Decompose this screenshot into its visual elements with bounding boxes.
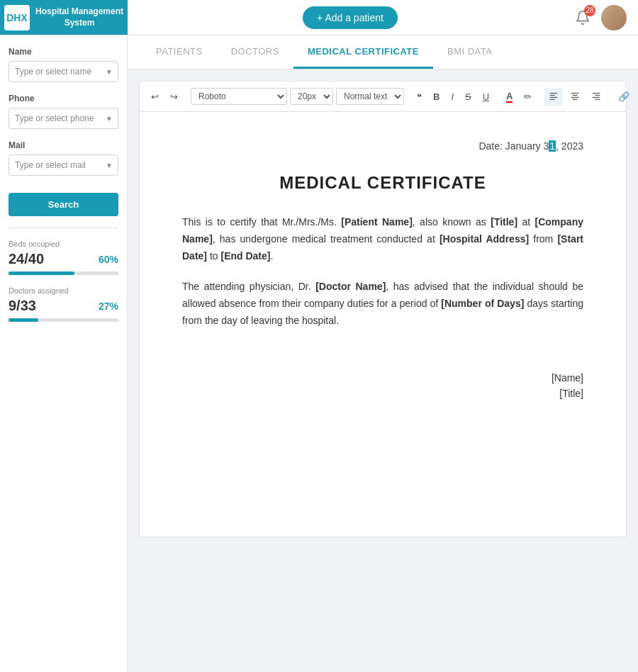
svg-rect-4 (571, 92, 579, 93)
link-button[interactable]: 🔗 (614, 89, 634, 105)
doc-paragraph-1: This is to certify that Mr./Mrs./Ms. [Pa… (182, 214, 583, 264)
align-center-icon (570, 91, 580, 103)
beds-stat: Beds occupied 24/40 60% (9, 240, 118, 275)
align-right-icon (591, 91, 601, 103)
name-section: Name Type or select name ▼ (9, 47, 118, 82)
notification-badge: 28 (584, 5, 595, 16)
svg-rect-1 (550, 94, 555, 95)
document-area[interactable]: Date: January 31, 2023 MEDICAL CERTIFICA… (139, 112, 627, 537)
logo-area: DHX Hospital ManagementSystem (0, 0, 128, 35)
doc-signature: [Name] [Title] (182, 372, 583, 399)
main-layout: Name Type or select name ▼ Phone Type or… (0, 35, 638, 672)
beds-progress-fill (9, 271, 74, 275)
doctors-label: Doctors assigned (9, 286, 118, 295)
editor-wrapper: ↩ ↪ Roboto Arial Times New Roman 20px 12… (128, 69, 638, 672)
doctors-progress-bg (9, 318, 118, 322)
add-patient-button[interactable]: + Add a patient (303, 6, 398, 29)
name-select-wrapper: Type or select name ▼ (9, 61, 118, 82)
font-color-icon: A (506, 91, 513, 103)
phone-section: Phone Type or select phone ▼ (9, 94, 118, 129)
svg-rect-8 (593, 92, 600, 93)
strikethrough-button[interactable]: S (461, 89, 476, 105)
signature-title: [Title] (182, 388, 583, 399)
name-label: Name (9, 47, 118, 57)
align-left-button[interactable] (544, 88, 563, 106)
beds-label: Beds occupied (9, 240, 118, 248)
doctors-stat: Doctors assigned 9/33 27% (9, 286, 118, 322)
align-left-icon (549, 91, 559, 103)
beds-value: 24/40 (9, 251, 44, 267)
doc-date: Date: January 31, 2023 (182, 140, 583, 152)
doctors-percent: 27% (99, 301, 118, 312)
svg-rect-11 (595, 99, 600, 99)
beds-percent: 60% (99, 254, 118, 265)
svg-rect-3 (550, 99, 555, 99)
svg-rect-5 (573, 94, 578, 95)
align-center-button[interactable] (566, 88, 584, 106)
doctors-row: 9/33 27% (9, 298, 118, 314)
notification-icon[interactable]: 28 (573, 8, 593, 28)
font-family-select[interactable]: Roboto Arial Times New Roman (191, 88, 287, 105)
underline-button[interactable]: U (478, 89, 493, 105)
top-bar-center: + Add a patient (128, 6, 573, 29)
text-style-select[interactable]: Normal text Heading 1 Heading 2 (336, 88, 404, 105)
date-value: January 31, 2023 (505, 140, 583, 152)
mail-select[interactable]: Type or select mail (9, 155, 118, 176)
svg-rect-2 (550, 96, 558, 97)
logo-text: DHX (6, 12, 28, 23)
name-select[interactable]: Type or select name (9, 61, 118, 82)
doc-paragraph-2: The attending physician, Dr. [Doctor Nam… (182, 279, 583, 329)
bold-button[interactable]: B (429, 89, 444, 105)
doctors-value: 9/33 (9, 298, 36, 314)
tab-patients[interactable]: PATIENTS (142, 35, 217, 69)
mail-select-wrapper: Type or select mail ▼ (9, 155, 118, 176)
mail-section: Mail Type or select mail ▼ (9, 140, 118, 176)
tab-doctors[interactable]: DOCTORS (217, 35, 293, 69)
signature-name: [Name] (182, 372, 583, 383)
tab-medical-certificate[interactable]: MEDICAL CERTIFICATE (293, 35, 433, 69)
beds-progress-bg (9, 271, 118, 275)
top-bar: DHX Hospital ManagementSystem + Add a pa… (0, 0, 638, 35)
italic-icon: I (451, 91, 454, 102)
bold-icon: B (433, 91, 440, 102)
quote-icon: ❝ (417, 91, 422, 102)
svg-rect-7 (573, 99, 578, 99)
beds-row: 24/40 60% (9, 251, 118, 267)
svg-rect-9 (595, 94, 600, 95)
add-patient-label: + Add a patient (317, 12, 384, 23)
quote-button[interactable]: ❝ (413, 89, 426, 105)
search-label: Search (48, 199, 79, 210)
tab-bmi-data[interactable]: BMI DATA (433, 35, 506, 69)
svg-rect-0 (550, 92, 558, 93)
editor-toolbar: ↩ ↪ Roboto Arial Times New Roman 20px 12… (139, 81, 627, 112)
underline-icon: U (483, 91, 489, 102)
date-label: Date: (478, 140, 502, 152)
doctors-progress-fill (9, 318, 38, 322)
mail-label: Mail (9, 140, 118, 150)
doc-title: MEDICAL CERTIFICATE (182, 173, 583, 193)
sidebar: Name Type or select name ▼ Phone Type or… (0, 35, 128, 672)
link-icon: 🔗 (618, 91, 629, 102)
redo-button[interactable]: ↪ (166, 89, 182, 105)
tabs-bar: PATIENTS DOCTORS MEDICAL CERTIFICATE BMI… (128, 35, 638, 69)
highlight-button[interactable]: ✏ (520, 89, 536, 105)
phone-select[interactable]: Type or select phone (9, 108, 118, 129)
svg-rect-6 (571, 96, 579, 97)
logo-box: DHX (4, 5, 30, 30)
strikethrough-icon: S (465, 91, 471, 102)
svg-rect-10 (593, 96, 600, 97)
content-area: PATIENTS DOCTORS MEDICAL CERTIFICATE BMI… (128, 35, 638, 672)
phone-label: Phone (9, 94, 118, 103)
highlight-icon: ✏ (524, 91, 532, 102)
stats-section: Beds occupied 24/40 60% Doctors assigned… (9, 228, 118, 322)
font-size-select[interactable]: 20px 12px 14px 16px 24px (290, 88, 333, 105)
search-button[interactable]: Search (9, 193, 118, 216)
italic-button[interactable]: I (447, 89, 458, 105)
app-title: Hospital ManagementSystem (35, 6, 123, 28)
undo-button[interactable]: ↩ (147, 89, 163, 105)
avatar[interactable] (601, 5, 627, 30)
top-bar-right: 28 (573, 5, 638, 30)
redo-icon: ↪ (170, 91, 178, 102)
align-right-button[interactable] (587, 88, 605, 106)
font-color-button[interactable]: A (502, 88, 517, 106)
